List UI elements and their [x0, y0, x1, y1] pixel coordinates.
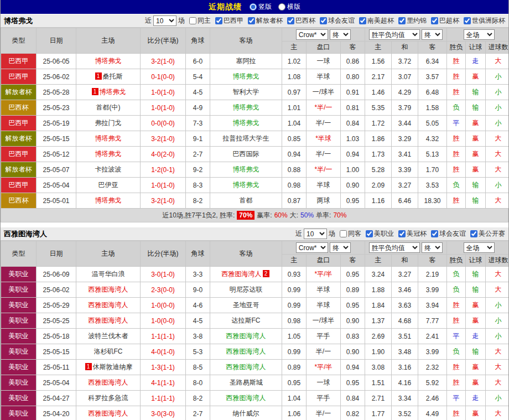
filter-巴西杯[interactable]: 巴西杯	[287, 16, 315, 25]
filter-checkbox[interactable]	[189, 17, 196, 24]
away-team-name[interactable]: 博塔弗戈	[233, 72, 259, 80]
filter-南美超杯[interactable]: 南美超杯	[359, 16, 394, 25]
bookmaker-select[interactable]: Crow*	[296, 29, 328, 40]
filter-checkbox[interactable]	[431, 17, 438, 24]
home-team-name[interactable]: 弗拉门戈	[95, 119, 122, 127]
filter-checkbox[interactable]	[340, 230, 347, 237]
home-team-name[interactable]: 博塔弗戈	[95, 196, 122, 204]
bookmaker-select[interactable]: Crow*	[296, 242, 328, 253]
away-team-name[interactable]: 纳什威尔	[233, 409, 259, 417]
filter-解放者杯[interactable]: 解放者杯	[248, 16, 283, 25]
away-team-name[interactable]: 圣路易斯城	[230, 378, 263, 386]
filter-巴西甲[interactable]: 巴西甲	[215, 16, 243, 25]
score-link[interactable]: 3-2(1-0)	[141, 54, 186, 69]
score-link[interactable]: 1-0(1-0)	[141, 178, 186, 193]
score-link[interactable]: 0-1(0-0)	[141, 69, 186, 85]
filter-里约锦[interactable]: 里约锦	[398, 16, 427, 25]
ah-final-select[interactable]: 终	[330, 242, 351, 253]
home-team-name[interactable]: 桑托斯	[103, 72, 123, 80]
away-team-name[interactable]: 西雅图海湾人	[222, 270, 262, 278]
filter-世俱洲际杯[interactable]: 世俱洲际杯	[464, 16, 505, 25]
home-team-name[interactable]: 科罗拉多急流	[89, 394, 128, 402]
away-team-name[interactable]: 首都	[240, 196, 253, 204]
filter-checkbox[interactable]	[320, 17, 327, 24]
score-link[interactable]: 1-0(0-0)	[141, 313, 186, 329]
away-team-name[interactable]: 博塔弗戈	[233, 103, 259, 111]
home-team-name[interactable]: 西雅图海湾人	[89, 301, 128, 309]
home-team-name[interactable]: 博塔弗戈	[95, 150, 122, 158]
filter-checkbox[interactable]	[470, 230, 477, 237]
away-team-name[interactable]: 智利大学	[233, 88, 259, 96]
score-link[interactable]: 1-3(1-1)	[141, 360, 186, 375]
home-team-name[interactable]: 波特兰伐木者	[89, 332, 128, 340]
score-link[interactable]: 1-0(1-0)	[141, 100, 186, 116]
score-link[interactable]: 3-0(1-0)	[141, 267, 186, 282]
filter-checkbox[interactable]	[359, 17, 366, 24]
score-link[interactable]: 1-1(1-1)	[141, 329, 186, 344]
filter-球会友谊[interactable]: 球会友谊	[431, 229, 466, 238]
filter-球会友谊[interactable]: 球会友谊	[320, 16, 355, 25]
score-link[interactable]: 0-0(0-0)	[141, 116, 186, 131]
filter-checkbox[interactable]	[398, 17, 406, 24]
away-team-name[interactable]: 巴西国际	[233, 150, 259, 158]
away-team-name[interactable]: 拉普拉塔大学生	[223, 134, 269, 142]
filter-巴超杯[interactable]: 巴超杯	[431, 16, 459, 25]
filter-checkbox[interactable]	[431, 230, 438, 237]
filter-checkbox[interactable]	[398, 230, 406, 237]
away-team-name[interactable]: 西雅图海湾人	[226, 348, 266, 355]
score-link[interactable]: 1-0(0-0)	[141, 298, 186, 313]
away-team-name[interactable]: 明尼苏达联	[230, 286, 263, 293]
score-link[interactable]: 4-1(1-1)	[141, 375, 186, 391]
filter-checkbox[interactable]	[287, 17, 294, 24]
score-link[interactable]: 3-2(1-0)	[141, 131, 186, 147]
away-team-name[interactable]: 西雅图海湾人	[226, 332, 266, 340]
home-team-name[interactable]: 西雅图海湾人	[89, 286, 128, 293]
score-link[interactable]: 4-0(2-0)	[141, 147, 186, 162]
home-team-name[interactable]: 巴伊亚	[98, 181, 118, 189]
home-team-name[interactable]: 休斯敦迪纳摩	[93, 363, 133, 371]
home-team-name[interactable]: 博塔弗戈	[100, 88, 126, 96]
away-team-name[interactable]: 西雅图海湾人	[226, 363, 266, 371]
away-team-name[interactable]: 博塔弗戈	[233, 181, 259, 189]
filter-checkbox[interactable]	[248, 17, 255, 24]
home-team-name[interactable]: 洛杉矶FC	[94, 348, 123, 355]
score-link[interactable]: 1-1(1-1)	[141, 391, 186, 406]
recent-count-select[interactable]: 10	[304, 229, 327, 239]
away-team-name[interactable]: 塞阿拉	[236, 57, 256, 65]
score-link[interactable]: 4-0(1-0)	[141, 344, 186, 360]
scope-select[interactable]: 全场	[464, 242, 495, 253]
layout-radio[interactable]	[278, 3, 285, 11]
score-link[interactable]: 1-2(0-1)	[141, 162, 186, 178]
score-link[interactable]: 3-2(1-0)	[141, 193, 186, 209]
ah-final-select[interactable]: 终	[330, 29, 351, 40]
away-team-name[interactable]: 博塔弗戈	[233, 165, 259, 173]
home-team-name[interactable]: 博塔弗戈	[95, 57, 122, 65]
layout-radio[interactable]	[250, 3, 257, 11]
home-team-name[interactable]: 西雅图海湾人	[89, 317, 128, 324]
away-team-name[interactable]: 博塔弗戈	[233, 119, 259, 127]
filter-同主[interactable]: 同主	[189, 16, 211, 25]
filter-美公开赛[interactable]: 美公开赛	[470, 229, 505, 238]
scope-select[interactable]: 全场	[464, 29, 495, 40]
score-link[interactable]: 1-0(1-0)	[141, 85, 186, 100]
home-team-name[interactable]: 博塔弗戈	[95, 134, 122, 142]
score-link[interactable]: 3-0(3-0)	[141, 406, 186, 420]
eu-final-select[interactable]: 终	[422, 29, 443, 40]
filter-checkbox[interactable]	[215, 17, 222, 24]
filter-checkbox[interactable]	[464, 17, 471, 24]
away-team-name[interactable]: 西雅图海湾人	[226, 394, 266, 402]
home-team-name[interactable]: 卡拉波波	[95, 165, 122, 173]
away-team-name[interactable]: 达拉斯FC	[232, 317, 261, 324]
filter-同客[interactable]: 同客	[340, 229, 361, 238]
wdl-avg-select[interactable]: 胜平负均值	[369, 29, 420, 40]
home-team-name[interactable]: 西雅图海湾人	[89, 409, 128, 417]
wdl-avg-select[interactable]: 胜平负均值	[369, 242, 420, 253]
home-team-name[interactable]: 西雅图海湾人	[89, 378, 128, 386]
recent-count-select[interactable]: 10	[153, 15, 176, 26]
away-team-name[interactable]: 圣地亚哥	[233, 301, 259, 309]
layout-option-1[interactable]: 竖版	[250, 2, 272, 12]
filter-checkbox[interactable]	[366, 230, 373, 237]
layout-option-2[interactable]: 横版	[278, 2, 300, 12]
score-link[interactable]: 2-3(0-0)	[141, 282, 186, 298]
filter-美职业[interactable]: 美职业	[366, 229, 394, 238]
